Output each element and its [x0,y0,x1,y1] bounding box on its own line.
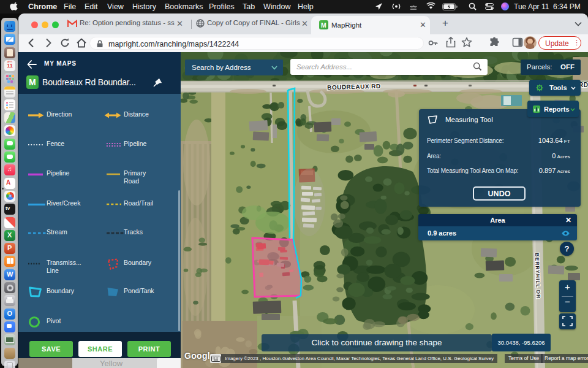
svg-text:BOUDREAUX RD: BOUDREAUX RD [327,83,381,91]
